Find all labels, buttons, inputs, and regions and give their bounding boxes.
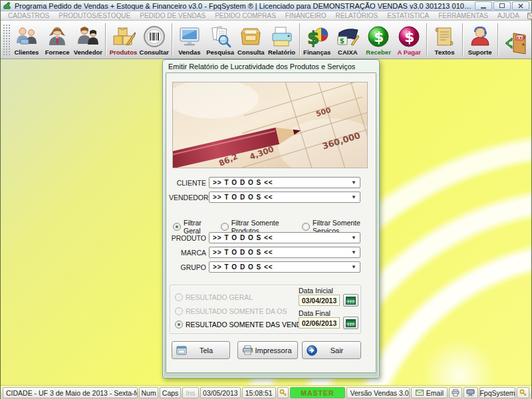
- toolbar-vendas-button[interactable]: Vendas: [174, 22, 205, 57]
- radio-resultado-geral[interactable]: [175, 293, 183, 301]
- menu-ferramentas[interactable]: FERRAMENTAS: [434, 12, 493, 19]
- cliente-label: CLIENTE: [169, 179, 206, 187]
- marca-select[interactable]: >> T O D O S << ▼: [209, 247, 360, 258]
- grupo-label: GRUPO: [169, 263, 206, 271]
- data-final-calendar-button[interactable]: [343, 317, 358, 329]
- menu-ajuda[interactable]: AJUDA: [493, 12, 524, 19]
- monitor-icon: [178, 25, 201, 49]
- status-brand: FpqSystem: [479, 387, 516, 398]
- status-insert: Ins: [182, 387, 199, 398]
- client-area: Emitir Relatório de Lucratividade dos Pr…: [1, 59, 531, 385]
- status-keys-panel-2: [517, 387, 529, 398]
- radio-resultado-os-row: RESULTADO SOMENTE DA OS: [175, 307, 287, 315]
- data-final-label: Data Final: [299, 309, 331, 317]
- toolbar-suporte-button[interactable]: Suporte: [465, 22, 495, 57]
- products-boxes-icon: [112, 25, 136, 49]
- calendar-icon: [346, 319, 356, 327]
- vendedor-select[interactable]: >> T O D O S << ▼: [209, 192, 360, 203]
- search-documents-icon: [209, 25, 231, 49]
- ledger-pencil-photo: 500 360,000 4,300 86,2: [172, 82, 368, 168]
- menu-financeiro[interactable]: FINANCEIRO: [281, 12, 331, 19]
- svg-text:$: $: [404, 29, 414, 45]
- toolbar-fornece-button[interactable]: Fornece: [42, 22, 72, 57]
- chevron-down-icon: ▼: [351, 180, 356, 186]
- toolbar-separator: [299, 23, 300, 56]
- supplier-icon: [47, 25, 67, 49]
- dialog-body: 500 360,000 4,300 86,2 CLIENTE >>: [166, 72, 376, 373]
- dialog-title: Emitir Relatório de Lucratividade dos Pr…: [166, 60, 376, 72]
- status-version-panel: Versão Vendas 3.0: [346, 387, 410, 398]
- clients-icon: [15, 25, 38, 49]
- printer-icon: [242, 345, 253, 355]
- data-final-field[interactable]: 02/06/2013: [299, 317, 340, 329]
- status-keys-panel: [277, 387, 289, 398]
- cliente-select[interactable]: >> T O D O S << ▼: [209, 177, 360, 188]
- menu-bar: CADASTROS PRODUTOS/ESTOQUE PEDIDO DE VEN…: [1, 11, 531, 21]
- radio-filtrar-somente-produtos[interactable]: [221, 223, 229, 231]
- toolbar-caixa-button[interactable]: $ CAIXA: [332, 22, 363, 57]
- menu-relatorios[interactable]: RELATÓRIOS: [331, 12, 383, 19]
- toolbar-pesquisa-button[interactable]: Pesquisa: [205, 22, 235, 57]
- toolbar-separator: [172, 23, 172, 56]
- data-inicial-calendar-button[interactable]: [343, 294, 358, 307]
- toolbar-separator: [462, 23, 463, 56]
- radio-filtrar-somente-servicos[interactable]: [302, 223, 310, 231]
- toolbar-clientes-button[interactable]: Clientes: [11, 22, 42, 57]
- maximize-button[interactable]: [493, 1, 511, 10]
- support-agent-icon: [469, 25, 491, 49]
- report-dialog: Emitir Relatório de Lucratividade dos Pr…: [162, 59, 380, 378]
- file-drawer-icon: [239, 25, 263, 49]
- svg-text:$: $: [374, 29, 384, 45]
- window-controls: [475, 1, 529, 10]
- status-time: 15:08:51: [242, 387, 276, 398]
- radio-resultado-somente-vendas[interactable]: [175, 321, 183, 329]
- data-inicial-field[interactable]: 03/04/2013: [299, 295, 340, 306]
- toolbar-relatorio-button[interactable]: Relatório: [266, 22, 297, 57]
- menu-pedido-de-vendas[interactable]: PEDIDO DE VENDAS: [135, 12, 210, 19]
- grupo-select[interactable]: >> T O D O S << ▼: [209, 261, 360, 273]
- toolbar-financas-button[interactable]: $ Finanças: [302, 22, 332, 57]
- close-button[interactable]: [512, 1, 529, 10]
- status-location-date: CIDADE - UF 3 de Maio de 2013 - Sexta-fe…: [3, 387, 138, 398]
- radio-resultado-vendas-row: RESULTADO SOMENTE DAS VENDAS: [175, 321, 311, 329]
- radio-resultado-somente-os[interactable]: [175, 307, 183, 315]
- close-icon: [518, 3, 523, 9]
- toolbar-separator: [497, 23, 498, 56]
- impressora-button[interactable]: Impressora: [237, 341, 298, 359]
- produto-select[interactable]: >> T O D O S << ▼: [209, 232, 360, 243]
- toolbar-apagar-button[interactable]: $ A Pagar: [394, 22, 424, 57]
- chevron-down-icon: ▼: [351, 235, 356, 241]
- title-bar: Programa Pedido de Vendas + Estoque & Fi…: [1, 1, 531, 11]
- toolbar-consulta-button[interactable]: Consulta: [235, 22, 266, 57]
- status-bar: CIDADE - UF 3 de Maio de 2013 - Sexta-fe…: [1, 385, 531, 399]
- status-printer-panel[interactable]: [449, 387, 462, 398]
- mail-icon: [527, 13, 532, 19]
- produto-label: PRODUTO: [169, 234, 206, 242]
- mail-icon: [416, 390, 424, 396]
- status-email-panel[interactable]: Email: [411, 387, 448, 398]
- toolbar-receber-button[interactable]: $ Receber: [363, 22, 394, 57]
- toolbar-produtos-button[interactable]: Produtos: [108, 22, 138, 57]
- printer-icon: [452, 389, 460, 396]
- computer-icon: [466, 389, 475, 396]
- toolbar-textos-button[interactable]: Textos: [429, 22, 460, 57]
- toolbar-consultar-button[interactable]: Consultar: [139, 22, 170, 57]
- toolbar: Clientes Fornece: [1, 21, 531, 59]
- toolbar-grip: [3, 24, 10, 55]
- minimize-button[interactable]: [475, 1, 492, 10]
- menu-email[interactable]: E-MAIL: [524, 12, 532, 19]
- radio-filtrar-geral[interactable]: [173, 223, 181, 231]
- finance-dollar-pie-icon: $: [305, 25, 329, 49]
- toolbar-vendedor-button[interactable]: Vendedor: [72, 22, 103, 57]
- menu-produtos-estoque[interactable]: PRODUTOS/ESTOQUE: [54, 12, 135, 19]
- status-computer-panel[interactable]: [464, 387, 478, 398]
- status-num-lock: Num: [139, 387, 158, 398]
- menu-estatistica[interactable]: ESTATISTICA: [382, 12, 434, 19]
- menu-pedido-compras[interactable]: PEDIDO COMPRAS: [210, 12, 281, 19]
- sair-button[interactable]: Sair: [302, 341, 361, 359]
- menu-cadastros[interactable]: CADASTROS: [3, 12, 54, 19]
- toolbar-exit-button[interactable]: EXIT: [500, 22, 531, 57]
- chevron-down-icon: ▼: [351, 249, 356, 255]
- report-printer-icon: [270, 25, 294, 49]
- tela-button[interactable]: Tela: [172, 341, 230, 359]
